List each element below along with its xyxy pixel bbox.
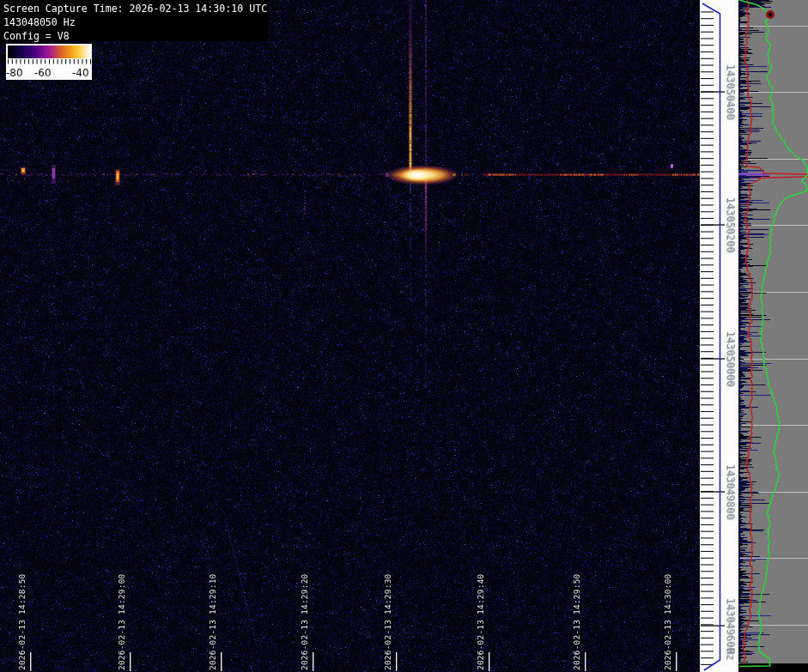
waterfall-display[interactable] <box>0 0 700 672</box>
screen-capture-window: Screen Capture Time: 2026-02-13 14:30:10… <box>0 0 808 672</box>
spectrum-graph-panel[interactable] <box>738 0 808 672</box>
frequency-scale[interactable] <box>700 0 738 672</box>
